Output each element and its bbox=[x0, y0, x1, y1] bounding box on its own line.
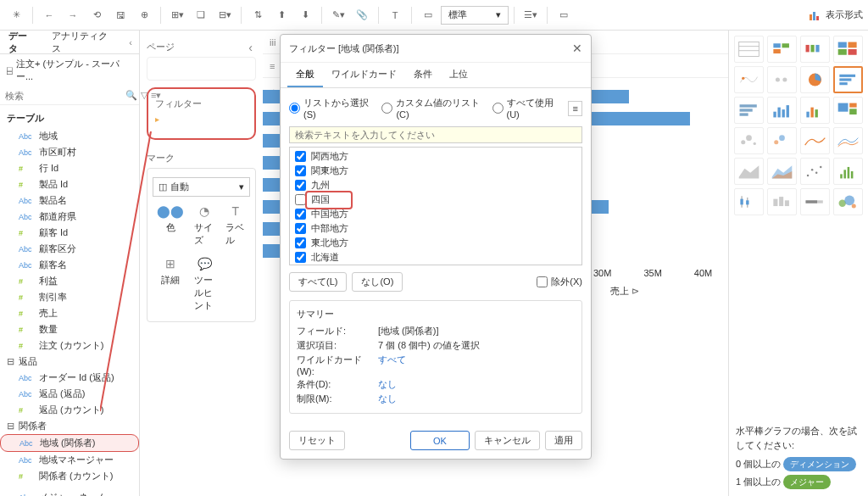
filter-checkbox[interactable] bbox=[295, 209, 306, 220]
field-search-input[interactable] bbox=[5, 91, 122, 101]
logo-icon[interactable]: ✳ bbox=[5, 4, 27, 26]
chart-type-thumb[interactable] bbox=[833, 127, 863, 154]
tab-top[interactable]: 上位 bbox=[441, 63, 476, 87]
sort-asc-icon[interactable]: ⬆ bbox=[270, 4, 292, 26]
filter-checkbox[interactable] bbox=[295, 165, 306, 176]
redo-icon[interactable]: → bbox=[62, 4, 84, 26]
field-item[interactable]: Abc製品名 bbox=[0, 192, 139, 209]
field-item[interactable]: Abc地域 (関係者) bbox=[0, 434, 139, 452]
field-item[interactable]: #利益 bbox=[0, 273, 139, 289]
field-item[interactable]: Abc市区町村 bbox=[0, 144, 139, 160]
undo-icon[interactable]: ← bbox=[38, 4, 60, 26]
ok-button[interactable]: OK bbox=[410, 431, 470, 450]
group-people[interactable]: ⊟関係者 bbox=[0, 418, 139, 434]
filter-item[interactable]: 四国 bbox=[292, 192, 580, 207]
filter-menu-icon[interactable]: ≡ bbox=[568, 101, 582, 116]
chart-type-thumb[interactable] bbox=[767, 188, 797, 215]
new-sheet-icon[interactable]: ⊞▾ bbox=[166, 4, 188, 26]
field-item[interactable]: Abcメジャー ネーム bbox=[0, 489, 139, 496]
filter-item[interactable]: 関西地方 bbox=[292, 149, 580, 164]
show-cards-icon[interactable]: ☰▾ bbox=[520, 4, 542, 26]
radio-list[interactable]: リストから選択(S) bbox=[289, 97, 373, 120]
chart-type-thumb[interactable] bbox=[734, 158, 764, 185]
sort-desc-icon[interactable]: ⬇ bbox=[294, 4, 316, 26]
field-item[interactable]: #注文 (カウント) bbox=[0, 337, 139, 354]
field-item[interactable]: #関係者 (カウント) bbox=[0, 468, 139, 484]
radio-all[interactable]: すべて使用(U) bbox=[492, 97, 560, 120]
field-item[interactable]: Abc都道府県 bbox=[0, 209, 139, 225]
mark-size-button[interactable]: ◔サイズ bbox=[190, 200, 220, 251]
filter-item[interactable]: 関東地方 bbox=[292, 164, 580, 178]
chart-type-thumb[interactable] bbox=[833, 36, 863, 63]
filter-item[interactable]: 中部地方 bbox=[292, 221, 580, 236]
tab-condition[interactable]: 条件 bbox=[405, 63, 441, 87]
highlight-icon[interactable]: ✎▾ bbox=[327, 4, 349, 26]
filter-checkbox[interactable] bbox=[295, 223, 306, 234]
filter-checkbox[interactable] bbox=[295, 237, 306, 248]
filter-item[interactable]: 東北地方 bbox=[292, 236, 580, 250]
field-item[interactable]: Abc地域 bbox=[0, 128, 139, 144]
chart-type-thumb[interactable] bbox=[734, 66, 764, 93]
apply-button[interactable]: 適用 bbox=[545, 431, 582, 450]
filter-item[interactable]: 北海道 bbox=[292, 250, 580, 265]
field-item[interactable]: Abc地域マネージャー bbox=[0, 452, 139, 468]
chart-type-thumb[interactable] bbox=[800, 97, 830, 124]
chart-type-thumb[interactable] bbox=[734, 188, 764, 215]
group-returns[interactable]: ⊟返品 bbox=[0, 354, 139, 370]
new-datasource-icon[interactable]: ⊕ bbox=[133, 4, 155, 26]
chart-type-thumb[interactable] bbox=[800, 36, 830, 63]
chart-type-thumb[interactable] bbox=[767, 158, 797, 185]
field-item[interactable]: Abc顧客区分 bbox=[0, 241, 139, 257]
field-item[interactable]: Abc顧客名 bbox=[0, 257, 139, 273]
search-icon[interactable]: 🔍 bbox=[125, 90, 137, 101]
select-none-button[interactable]: なし(O) bbox=[352, 272, 403, 292]
collapse-left-icon[interactable]: ‹ bbox=[122, 34, 139, 51]
select-all-button[interactable]: すべて(L) bbox=[289, 272, 347, 292]
chart-type-thumb[interactable] bbox=[767, 66, 797, 93]
chart-type-thumb[interactable] bbox=[800, 188, 830, 215]
filter-search-input[interactable] bbox=[289, 126, 582, 143]
mark-type-select[interactable]: ◫ 自動 ▾ bbox=[153, 177, 250, 197]
filter-checkbox[interactable] bbox=[295, 151, 306, 162]
field-item[interactable]: #行 Id bbox=[0, 160, 139, 176]
mark-detail-button[interactable]: ⊞詳細 bbox=[153, 253, 188, 316]
pages-shelf[interactable] bbox=[147, 57, 256, 81]
chart-type-thumb[interactable] bbox=[767, 97, 797, 124]
field-item[interactable]: Abc返品 (返品) bbox=[0, 386, 139, 402]
filter-checkbox[interactable] bbox=[295, 180, 306, 191]
field-item[interactable]: #数量 bbox=[0, 321, 139, 337]
collapse-cards-icon[interactable]: ‹ bbox=[245, 41, 256, 54]
field-item[interactable]: Abcオーダー Id (返品) bbox=[0, 370, 139, 386]
chart-type-thumb[interactable] bbox=[734, 127, 764, 154]
presentation-icon[interactable]: ▭ bbox=[553, 4, 575, 26]
reset-button[interactable]: リセット bbox=[289, 431, 345, 450]
tab-wildcard[interactable]: ワイルドカード bbox=[323, 63, 405, 87]
cancel-button[interactable]: キャンセル bbox=[475, 431, 540, 450]
chart-type-thumb[interactable] bbox=[833, 158, 863, 185]
field-item[interactable]: #製品 Id bbox=[0, 176, 139, 192]
mark-label-button[interactable]: Tラベル bbox=[221, 200, 251, 251]
chart-type-thumb[interactable] bbox=[833, 97, 863, 124]
datasource-item[interactable]: ⌸ 注文+ (サンプル - スーパー... bbox=[0, 54, 139, 86]
field-item[interactable]: #返品 (カウント) bbox=[0, 402, 139, 418]
field-item[interactable]: #割引率 bbox=[0, 289, 139, 305]
field-item[interactable]: #売上 bbox=[0, 305, 139, 321]
clear-icon[interactable]: ⊟▾ bbox=[214, 4, 236, 26]
exclude-checkbox[interactable]: 除外(X) bbox=[537, 276, 582, 288]
fit-select[interactable]: 標準▾ bbox=[441, 6, 509, 25]
filter-checkbox[interactable] bbox=[295, 252, 306, 263]
chart-type-thumb[interactable] bbox=[734, 97, 764, 124]
chart-type-thumb[interactable] bbox=[734, 36, 764, 63]
fit-icon[interactable]: ▭ bbox=[417, 4, 439, 26]
show-me-button[interactable]: 表示形式 bbox=[809, 8, 863, 21]
chart-type-thumb[interactable] bbox=[800, 127, 830, 154]
filters-shelf[interactable]: フィルター ▸ bbox=[147, 87, 256, 140]
chart-type-thumb[interactable] bbox=[800, 66, 830, 93]
chart-type-thumb[interactable] bbox=[767, 127, 797, 154]
tab-general[interactable]: 全般 bbox=[287, 63, 323, 87]
revert-icon[interactable]: ⟲ bbox=[86, 4, 108, 26]
duplicate-icon[interactable]: ❏ bbox=[190, 4, 212, 26]
chart-type-thumb[interactable] bbox=[833, 66, 863, 93]
filter-checkbox[interactable] bbox=[295, 194, 306, 205]
filter-item[interactable]: 中国地方 bbox=[292, 207, 580, 221]
